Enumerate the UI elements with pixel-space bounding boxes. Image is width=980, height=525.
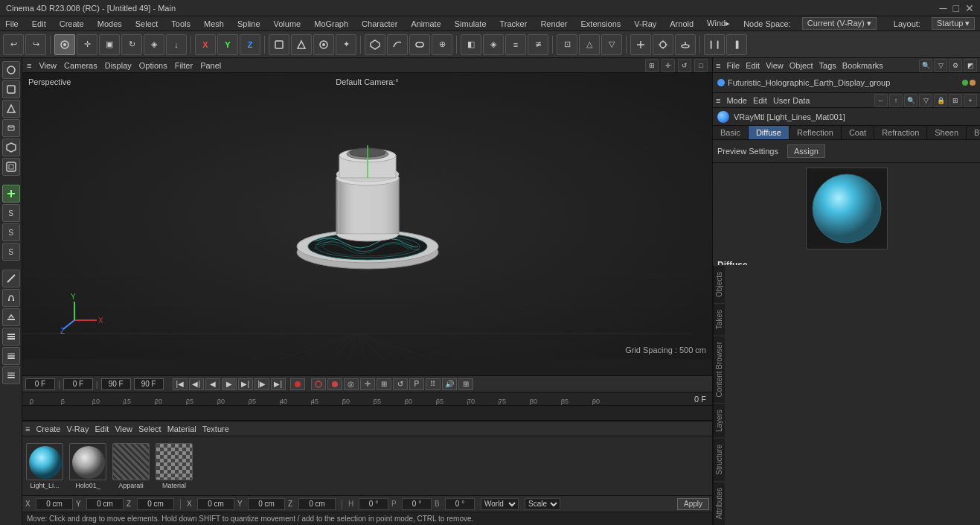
cam-btn[interactable] — [313, 34, 334, 55]
ap-settings-btn[interactable]: + — [964, 94, 977, 107]
menu-tracker[interactable]: Tracker — [498, 19, 530, 29]
null-btn[interactable] — [291, 34, 312, 55]
tl-btn-1[interactable] — [311, 378, 326, 390]
sidebar-btn-s2[interactable]: S — [2, 223, 20, 241]
menu-vray[interactable]: V-Ray — [632, 19, 659, 29]
sidebar-btn-4[interactable] — [2, 119, 20, 137]
sidebar-btn-s3[interactable]: S — [2, 243, 20, 261]
workplane-btn[interactable] — [675, 34, 696, 55]
attr-tab-coat[interactable]: Coat — [842, 126, 874, 139]
light-btn[interactable]: ✦ — [336, 34, 356, 55]
floor-btn[interactable]: ⊡ — [557, 34, 577, 55]
ap-menu-mode[interactable]: Mode — [726, 96, 747, 105]
attr-tab-basic[interactable]: Basic — [713, 126, 749, 139]
apply-button[interactable]: Apply — [677, 498, 709, 510]
axis-z-btn[interactable]: Z — [240, 34, 260, 55]
tl-btn-3[interactable]: ◎ — [344, 378, 359, 390]
obj-mode-btn[interactable] — [269, 34, 289, 55]
record-btn[interactable] — [290, 378, 305, 390]
sidebar-btn-1[interactable] — [2, 61, 20, 79]
viewport-canvas[interactable]: Perspective Default Camera:° Grid Spacin… — [22, 73, 712, 359]
om-filter-btn[interactable]: ▽ — [934, 59, 947, 72]
menu-mograph[interactable]: MoGraph — [312, 19, 350, 29]
material-thumb-3[interactable]: Apparati — [112, 443, 150, 489]
menu-extensions[interactable]: Extensions — [578, 19, 623, 29]
cloner-btn[interactable]: ⊕ — [432, 34, 452, 55]
attr-tab-reflection[interactable]: Reflection — [790, 126, 842, 139]
vtab-layers[interactable]: Layers — [714, 403, 725, 438]
vp-menu-panel[interactable]: Panel — [200, 61, 221, 70]
attr-tab-refraction[interactable]: Refraction — [874, 126, 927, 139]
vp-menu-filter[interactable]: Filter — [175, 61, 193, 70]
tl-btn-2[interactable] — [327, 378, 342, 390]
menu-modes[interactable]: Modes — [95, 19, 124, 29]
move-btn[interactable]: ✛ — [77, 34, 97, 55]
menu-arnold[interactable]: Arnold — [667, 19, 696, 29]
end-frame2-input[interactable] — [134, 378, 164, 390]
attr-tab-bump[interactable]: Bump — [967, 126, 980, 139]
timeline-keyframe-bar[interactable] — [22, 406, 712, 421]
sky-btn[interactable]: △ — [579, 34, 600, 55]
coord-b-input[interactable] — [445, 498, 475, 510]
sidebar-btn-line[interactable] — [2, 270, 20, 287]
tl-btn-9[interactable]: 🔊 — [442, 378, 457, 390]
sidebar-btn-5[interactable] — [2, 139, 20, 156]
menu-select[interactable]: Select — [133, 19, 161, 29]
vtab-objects[interactable]: Objects — [714, 265, 725, 303]
attr-tab-diffuse[interactable]: Diffuse — [749, 126, 790, 139]
menu-mesh[interactable]: Mesh — [202, 19, 226, 29]
me-menu-view[interactable]: View — [115, 424, 132, 433]
om-search-btn[interactable]: 🔍 — [919, 59, 932, 72]
menu-volume[interactable]: Volume — [272, 19, 304, 29]
om-menu-file[interactable]: File — [726, 61, 740, 70]
sidebar-btn-layers2[interactable] — [2, 347, 20, 365]
tl-btn-5[interactable]: ⊞ — [377, 378, 391, 390]
coord-z1-input[interactable] — [137, 498, 174, 510]
menu-render[interactable]: Render — [538, 19, 569, 29]
me-menu-vray[interactable]: V-Ray — [66, 424, 89, 433]
sidebar-btn-layers3[interactable] — [2, 366, 20, 384]
win-max-btn[interactable]: □ — [953, 2, 959, 14]
coord-h-input[interactable] — [359, 498, 388, 510]
down-btn[interactable]: ↓ — [166, 34, 187, 55]
menu-create[interactable]: Create — [57, 19, 86, 29]
coord-z2-input[interactable] — [298, 498, 336, 510]
extra-btn[interactable]: ❚ — [726, 34, 747, 55]
start-frame-input[interactable] — [63, 378, 93, 390]
om-collapse-btn[interactable]: ◩ — [964, 59, 977, 72]
coord-scale-select[interactable]: Scale — [525, 498, 560, 510]
vtab-content-browser[interactable]: Content Browser — [714, 335, 725, 403]
transform-btn[interactable]: ◈ — [144, 34, 164, 55]
snap-btn[interactable] — [653, 34, 673, 55]
material-thumb-4[interactable]: Material — [155, 443, 193, 489]
axis-x-btn[interactable]: X — [195, 34, 216, 55]
vp-menu-view[interactable]: View — [39, 61, 57, 70]
goto-start-btn[interactable]: |◀ — [173, 378, 188, 390]
me-menu-select[interactable]: Select — [138, 424, 161, 433]
om-menu-tags[interactable]: Tags — [819, 61, 836, 70]
vp-render-btn[interactable]: ↺ — [678, 59, 691, 72]
vtab-attributes[interactable]: Attributes — [714, 481, 725, 525]
render-region-btn[interactable]: ◧ — [461, 34, 481, 55]
coord-y2-input[interactable] — [248, 498, 285, 510]
om-menu-view[interactable]: View — [766, 61, 784, 70]
menu-spline[interactable]: Spline — [235, 19, 263, 29]
ap-menu-userdata[interactable]: User Data — [773, 96, 810, 105]
obj-row-0[interactable]: Futuristic_Holographic_Earth_Display_gro… — [716, 76, 977, 89]
me-menu-texture[interactable]: Texture — [202, 424, 229, 433]
win-min-btn[interactable]: ─ — [940, 2, 947, 14]
play-btn[interactable]: ▶ — [222, 378, 237, 390]
attr-tab-sheen[interactable]: Sheen — [927, 126, 967, 139]
goto-end-btn[interactable]: ▶| — [271, 378, 286, 390]
select-btn[interactable] — [54, 34, 75, 55]
tl-btn-4[interactable]: ✛ — [360, 378, 375, 390]
render-settings-btn[interactable]: ≡ — [505, 34, 526, 55]
me-menu-edit[interactable]: Edit — [95, 424, 109, 433]
sidebar-btn-magnet[interactable] — [2, 289, 20, 307]
end-frame-input[interactable] — [101, 378, 131, 390]
spline-btn[interactable] — [387, 34, 408, 55]
menu-edit[interactable]: Edit — [30, 19, 48, 29]
material-thumb-2[interactable]: Holo01_ — [68, 443, 107, 489]
env-btn[interactable]: ▽ — [601, 34, 622, 55]
ap-filter-btn[interactable]: ▽ — [919, 94, 932, 107]
